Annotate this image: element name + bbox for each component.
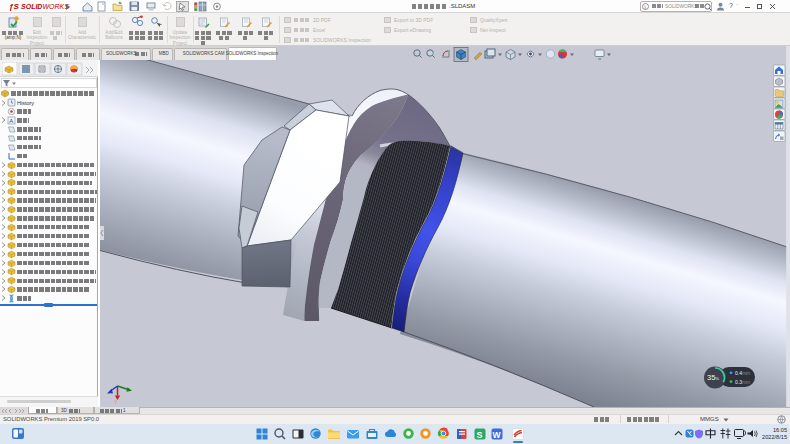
svg-text:i: i: [644, 4, 646, 10]
svg-text:W: W: [493, 430, 502, 440]
svg-text:0.4mm: 0.4mm: [735, 370, 750, 376]
svg-text:0.3mm: 0.3mm: [735, 379, 750, 385]
svg-text:A: A: [9, 118, 13, 124]
svg-text:S: S: [477, 430, 483, 440]
